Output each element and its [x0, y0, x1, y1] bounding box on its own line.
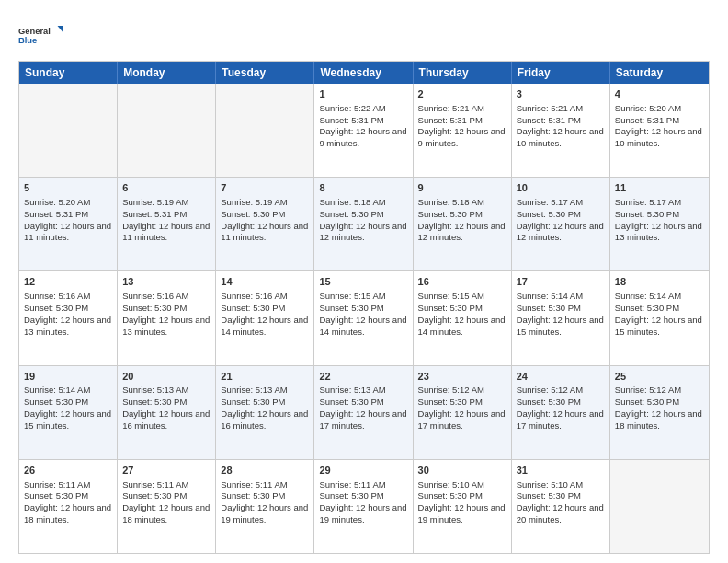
header: General Blue [18, 18, 710, 52]
day-number: 24 [517, 370, 605, 384]
sunrise-text: Sunrise: 5:19 AM [122, 197, 210, 209]
sunrise-text: Sunrise: 5:14 AM [24, 385, 112, 396]
daylight-text: Daylight: 12 hours and 15 minutes. [24, 408, 112, 432]
daylight-text: Daylight: 12 hours and 18 minutes. [24, 502, 112, 526]
sunrise-text: Sunrise: 5:11 AM [24, 479, 112, 491]
daylight-text: Daylight: 12 hours and 19 minutes. [418, 502, 506, 526]
day-cell-12: 12Sunrise: 5:16 AMSunset: 5:30 PMDayligh… [19, 271, 118, 364]
day-number: 6 [122, 181, 210, 195]
sunrise-text: Sunrise: 5:11 AM [122, 479, 210, 491]
daylight-text: Daylight: 12 hours and 12 minutes. [319, 221, 407, 245]
sunset-text: Sunset: 5:31 PM [122, 209, 210, 221]
day-cell-7: 7Sunrise: 5:19 AMSunset: 5:30 PMDaylight… [216, 178, 314, 270]
sunset-text: Sunset: 5:30 PM [319, 396, 407, 408]
day-number: 20 [122, 370, 210, 384]
daylight-text: Daylight: 12 hours and 13 minutes. [24, 315, 112, 339]
sunset-text: Sunset: 5:30 PM [122, 490, 210, 502]
sunset-text: Sunset: 5:30 PM [24, 490, 112, 502]
sunrise-text: Sunrise: 5:12 AM [615, 385, 704, 396]
sunset-text: Sunset: 5:30 PM [517, 209, 605, 221]
daylight-text: Daylight: 12 hours and 16 minutes. [221, 408, 309, 432]
day-cell-24: 24Sunrise: 5:12 AMSunset: 5:30 PMDayligh… [512, 366, 610, 459]
day-cell-6: 6Sunrise: 5:19 AMSunset: 5:31 PMDaylight… [118, 178, 216, 270]
sunset-text: Sunset: 5:30 PM [221, 490, 309, 502]
daylight-text: Daylight: 12 hours and 20 minutes. [517, 502, 605, 526]
day-cell-2: 2Sunrise: 5:21 AMSunset: 5:31 PMDaylight… [414, 84, 512, 177]
day-number: 10 [517, 181, 605, 195]
sunrise-text: Sunrise: 5:11 AM [221, 479, 309, 491]
calendar-row-4: 26Sunrise: 5:11 AMSunset: 5:30 PMDayligh… [19, 460, 709, 553]
day-cell-20: 20Sunrise: 5:13 AMSunset: 5:30 PMDayligh… [118, 366, 216, 459]
day-cell-4: 4Sunrise: 5:20 AMSunset: 5:31 PMDaylight… [610, 84, 709, 177]
day-cell-16: 16Sunrise: 5:15 AMSunset: 5:30 PMDayligh… [414, 271, 512, 364]
sunrise-text: Sunrise: 5:21 AM [418, 103, 506, 115]
sunset-text: Sunset: 5:31 PM [517, 115, 605, 127]
day-cell-13: 13Sunrise: 5:16 AMSunset: 5:30 PMDayligh… [118, 271, 216, 364]
day-cell-18: 18Sunrise: 5:14 AMSunset: 5:30 PMDayligh… [610, 271, 709, 364]
day-cell-26: 26Sunrise: 5:11 AMSunset: 5:30 PMDayligh… [19, 460, 118, 553]
day-number: 11 [615, 181, 704, 195]
empty-cell-4-6 [610, 460, 709, 553]
day-number: 22 [319, 370, 407, 384]
day-number: 27 [122, 464, 210, 477]
day-cell-27: 27Sunrise: 5:11 AMSunset: 5:30 PMDayligh… [118, 460, 216, 553]
day-cell-8: 8Sunrise: 5:18 AMSunset: 5:30 PMDaylight… [314, 178, 413, 270]
daylight-text: Daylight: 12 hours and 9 minutes. [319, 126, 407, 150]
sunset-text: Sunset: 5:30 PM [221, 209, 309, 221]
header-day-friday: Friday [512, 62, 610, 84]
sunset-text: Sunset: 5:31 PM [319, 115, 407, 127]
calendar-header-row: SundayMondayTuesdayWednesdayThursdayFrid… [19, 62, 709, 84]
sunset-text: Sunset: 5:30 PM [24, 396, 112, 408]
calendar-row-0: 1Sunrise: 5:22 AMSunset: 5:31 PMDaylight… [19, 84, 709, 178]
sunrise-text: Sunrise: 5:20 AM [24, 197, 112, 209]
day-number: 13 [122, 275, 210, 289]
day-cell-22: 22Sunrise: 5:13 AMSunset: 5:30 PMDayligh… [314, 366, 413, 459]
svg-marker-2 [58, 26, 63, 33]
sunset-text: Sunset: 5:30 PM [319, 303, 407, 315]
day-cell-30: 30Sunrise: 5:10 AMSunset: 5:30 PMDayligh… [414, 460, 512, 553]
sunrise-text: Sunrise: 5:12 AM [418, 385, 506, 396]
sunset-text: Sunset: 5:30 PM [24, 303, 112, 315]
sunset-text: Sunset: 5:30 PM [319, 209, 407, 221]
day-cell-17: 17Sunrise: 5:14 AMSunset: 5:30 PMDayligh… [512, 271, 610, 364]
day-cell-9: 9Sunrise: 5:18 AMSunset: 5:30 PMDaylight… [414, 178, 512, 270]
daylight-text: Daylight: 12 hours and 15 minutes. [517, 315, 605, 339]
daylight-text: Daylight: 12 hours and 13 minutes. [122, 315, 210, 339]
calendar-body: 1Sunrise: 5:22 AMSunset: 5:31 PMDaylight… [19, 84, 709, 553]
daylight-text: Daylight: 12 hours and 12 minutes. [418, 221, 506, 245]
header-day-tuesday: Tuesday [216, 62, 314, 84]
header-day-sunday: Sunday [19, 62, 118, 84]
day-cell-21: 21Sunrise: 5:13 AMSunset: 5:30 PMDayligh… [216, 366, 314, 459]
day-cell-11: 11Sunrise: 5:17 AMSunset: 5:30 PMDayligh… [610, 178, 709, 270]
sunrise-text: Sunrise: 5:18 AM [319, 197, 407, 209]
header-day-saturday: Saturday [610, 62, 709, 84]
daylight-text: Daylight: 12 hours and 19 minutes. [319, 502, 407, 526]
day-number: 7 [221, 181, 309, 195]
day-cell-14: 14Sunrise: 5:16 AMSunset: 5:30 PMDayligh… [216, 271, 314, 364]
sunrise-text: Sunrise: 5:14 AM [615, 291, 704, 303]
sunset-text: Sunset: 5:30 PM [517, 490, 605, 502]
sunset-text: Sunset: 5:30 PM [615, 396, 704, 408]
sunrise-text: Sunrise: 5:17 AM [615, 197, 704, 209]
empty-cell-0-2 [216, 84, 314, 177]
day-number: 19 [24, 370, 112, 384]
day-cell-25: 25Sunrise: 5:12 AMSunset: 5:30 PMDayligh… [610, 366, 709, 459]
day-cell-3: 3Sunrise: 5:21 AMSunset: 5:31 PMDaylight… [512, 84, 610, 177]
logo-svg: General Blue [18, 18, 64, 52]
sunset-text: Sunset: 5:31 PM [24, 209, 112, 221]
day-cell-1: 1Sunrise: 5:22 AMSunset: 5:31 PMDaylight… [314, 84, 413, 177]
logo: General Blue [18, 18, 64, 52]
day-cell-15: 15Sunrise: 5:15 AMSunset: 5:30 PMDayligh… [314, 271, 413, 364]
day-number: 3 [517, 87, 605, 101]
sunrise-text: Sunrise: 5:16 AM [24, 291, 112, 303]
header-day-monday: Monday [118, 62, 216, 84]
sunset-text: Sunset: 5:30 PM [517, 396, 605, 408]
page: General Blue SundayMondayTuesdayWednesda… [0, 0, 728, 563]
daylight-text: Daylight: 12 hours and 11 minutes. [122, 221, 210, 245]
day-number: 9 [418, 181, 506, 195]
daylight-text: Daylight: 12 hours and 17 minutes. [418, 408, 506, 432]
sunrise-text: Sunrise: 5:13 AM [319, 385, 407, 396]
day-number: 26 [24, 464, 112, 477]
sunset-text: Sunset: 5:30 PM [615, 303, 704, 315]
sunset-text: Sunset: 5:30 PM [615, 209, 704, 221]
